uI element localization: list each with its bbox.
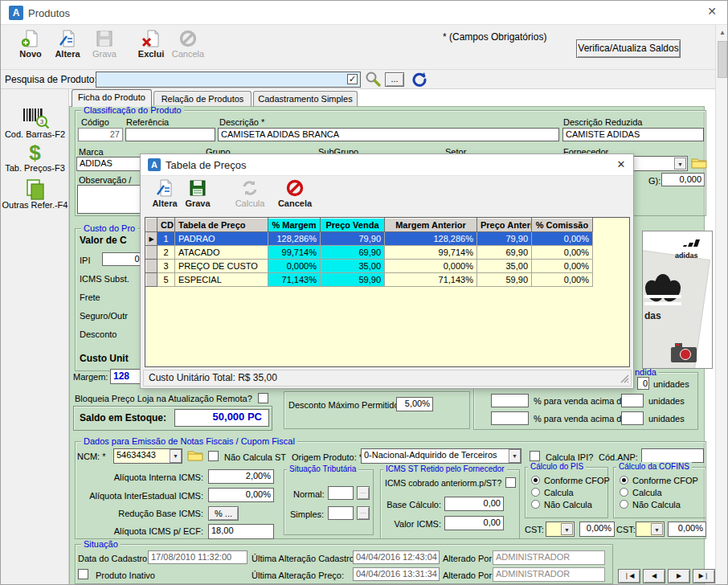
sidebar-item-cod-barras[interactable]: 3 Cod. Barras-F2: [1, 107, 69, 139]
nav-first-button[interactable]: ❘◀: [618, 569, 640, 583]
tab-cadastramento-simples[interactable]: Cadastramento Simples: [253, 91, 358, 107]
cofins-cst-combo[interactable]: ▼: [636, 522, 665, 537]
referencia-field[interactable]: [125, 128, 215, 141]
nav-last-button[interactable]: ▶❘: [693, 569, 715, 583]
ncm-dropdown-icon[interactable]: ▼: [170, 449, 182, 463]
cofins-cst-pct-field[interactable]: 0,00%: [668, 522, 706, 537]
cod-anp-label: Cód.ANP:: [599, 452, 638, 462]
cofins-radio-nao-calcula[interactable]: [620, 500, 628, 509]
search-checkbox[interactable]: ✓: [347, 74, 358, 84]
cofins-radio-calcula[interactable]: [620, 488, 628, 497]
cofins-radio-cfop[interactable]: [620, 476, 628, 485]
scroll-up-icon[interactable]: ▲: [717, 27, 728, 39]
aliq-interna-field[interactable]: 2,00%: [208, 469, 274, 484]
col-margem-anterior[interactable]: Margem Anterior: [385, 219, 477, 232]
pis-cst-pct-field[interactable]: 0,00%: [579, 522, 615, 537]
pct-acima-field-1[interactable]: [491, 394, 529, 407]
origem-dropdown-icon[interactable]: ▼: [509, 449, 521, 463]
pis-radio-calcula[interactable]: [531, 488, 540, 497]
normal-field[interactable]: [328, 486, 354, 500]
aliq-inter-label: Alíquota InterEstadual ICMS:: [75, 491, 203, 501]
pis-radio-nao-calcula[interactable]: [531, 500, 540, 509]
descricao-label: Descrição *: [219, 117, 264, 127]
dialog-save-floppy-icon: [181, 178, 215, 198]
product-image[interactable]: adidas das: [642, 231, 713, 369]
cancela-button[interactable]: Cancela: [170, 29, 207, 59]
normal-more-button[interactable]: ...: [357, 486, 370, 500]
dialog-grava-button[interactable]: Grava: [181, 178, 215, 208]
reducao-button[interactable]: % ...: [208, 506, 239, 521]
pis-radio-cfop[interactable]: [531, 476, 540, 485]
simples-more-button[interactable]: ...: [357, 506, 370, 520]
pis-cst-combo[interactable]: ▼: [546, 522, 575, 537]
tab-ficha-do-produto[interactable]: Ficha do Produto: [72, 89, 152, 107]
refresh-icon[interactable]: [411, 72, 427, 88]
desconto-max-field[interactable]: 5,00%: [396, 397, 433, 411]
nav-next-button[interactable]: ▶: [668, 569, 690, 583]
search-icon[interactable]: [364, 71, 382, 88]
sidebar-item-tab-precos[interactable]: $ Tab. Preços-F3: [1, 142, 69, 173]
scrollbar-thumb[interactable]: [718, 41, 727, 78]
resize-grip-icon[interactable]: [620, 374, 629, 383]
grava-button[interactable]: Grava: [86, 29, 123, 59]
qtd-acima-field-1[interactable]: [621, 394, 644, 407]
verify-saldos-button[interactable]: Verifica/Atualiza Saldos: [576, 39, 681, 58]
cod-anp-field[interactable]: [641, 448, 704, 463]
col-margem[interactable]: % Margem: [268, 219, 321, 232]
base-calculo-field[interactable]: 0,00: [444, 497, 504, 511]
descricao-field[interactable]: CAMISETA ADIDAS BRANCA: [218, 128, 559, 141]
valor-compra-label: Valor de C: [80, 235, 127, 246]
search-input[interactable]: [96, 72, 361, 88]
nav-prev-button[interactable]: ◀: [643, 569, 665, 583]
aliq-ecf-label: Alíquota ICMS p/ ECF:: [75, 526, 203, 536]
col-tabela[interactable]: Tabela de Preço: [175, 219, 268, 232]
altera-button[interactable]: Altera: [49, 29, 86, 59]
pis-cst-dropdown-icon[interactable]: ▼: [561, 523, 573, 535]
ncm-folder-icon[interactable]: [187, 449, 203, 461]
dialog-title-bar: A Tabela de Preços ✕: [141, 154, 633, 176]
qtde-zero-field[interactable]: 0: [637, 377, 649, 390]
col-preco-anterior[interactable]: Preço Anterior: [477, 219, 532, 232]
origem-combo[interactable]: 0-Nacional-Adquirido de Terceiros: [361, 448, 521, 464]
table-row-atacado[interactable]: 2 ATACADO 99,714% 69,90 99,714% 69,90 0,…: [146, 246, 593, 260]
dialog-altera-button[interactable]: Altera: [148, 178, 182, 208]
reducao-label: Redução Base ICMS:: [75, 509, 203, 518]
calcula-ipi-checkbox[interactable]: [530, 451, 540, 461]
qtd-acima-field-2[interactable]: [621, 411, 644, 425]
exclui-button[interactable]: Exclui: [133, 29, 170, 59]
dialog-cancela-button[interactable]: Cancela: [276, 178, 314, 208]
col-comissao[interactable]: % Comissão: [532, 219, 593, 232]
col-cd[interactable]: CD: [157, 219, 175, 232]
pct-acima-field-2[interactable]: [491, 411, 529, 425]
saldo-field[interactable]: 50,000 PC: [174, 409, 269, 427]
descricao-reduzida-field[interactable]: CAMISTE ADIDAS: [562, 128, 704, 141]
bloqueia-checkbox[interactable]: [258, 393, 268, 403]
peso-field[interactable]: 0,000: [661, 173, 705, 186]
table-row-padrao[interactable]: ▶ 1 PADRAO 128,286% 79,90 128,286% 79,90…: [146, 232, 593, 246]
close-icon[interactable]: ✕: [701, 5, 722, 21]
produto-inativo-checkbox[interactable]: [78, 569, 88, 579]
table-row-especial[interactable]: 5 ESPECIAL 71,143% 59,90 71,143% 59,90 0…: [146, 273, 593, 287]
chevron-down-icon[interactable]: ▼: [674, 158, 686, 170]
nao-calcula-st-checkbox[interactable]: [208, 451, 219, 461]
icms-cobrado-checkbox[interactable]: [505, 477, 516, 488]
simples-field[interactable]: [328, 506, 354, 520]
novo-button[interactable]: Novo: [12, 29, 49, 59]
valor-icms-field[interactable]: 0,00: [444, 516, 504, 530]
aliq-inter-field[interactable]: 0,00%: [208, 488, 274, 502]
codigo-field[interactable]: 27: [78, 128, 123, 141]
table-row-preco-de-custo[interactable]: 3 PREÇO DE CUSTO 0,000% 35,00 0,000% 35,…: [146, 260, 593, 273]
col-preco-venda[interactable]: Preço Venda: [321, 219, 385, 232]
dialog-close-icon[interactable]: ✕: [613, 158, 629, 173]
search-more-button[interactable]: ...: [385, 72, 404, 87]
window-title: Produtos: [28, 7, 70, 19]
aliq-ecf-combo[interactable]: 18,00: [208, 524, 274, 539]
vertical-scrollbar[interactable]: ▲: [715, 25, 728, 585]
camera-icon[interactable]: [670, 342, 697, 363]
sidebar-item-outras-refer[interactable]: Outras Refer.-F4: [1, 179, 69, 210]
dialog-calcula-button[interactable]: Calcula: [231, 178, 269, 208]
folder-icon[interactable]: [691, 157, 707, 169]
icms-subst-label: ICMS Subst.: [80, 274, 129, 284]
cofins-cst-dropdown-icon[interactable]: ▼: [651, 523, 663, 535]
tab-relacao-de-produtos[interactable]: Relação de Produtos: [153, 91, 252, 107]
